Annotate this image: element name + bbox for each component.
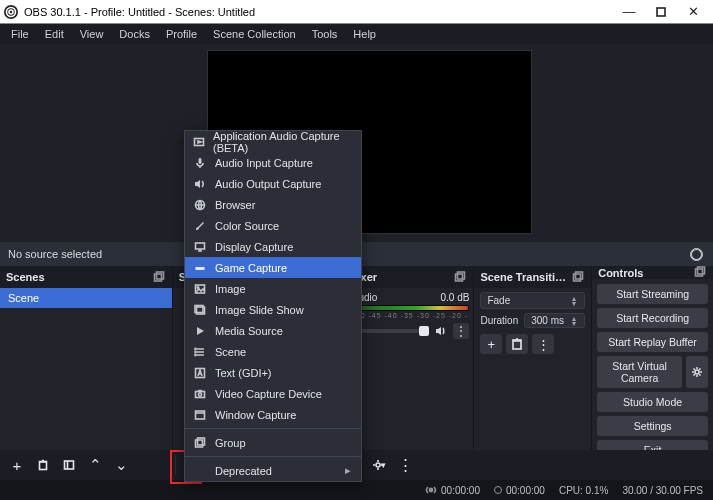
transition-selected: Fade (487, 295, 510, 306)
transition-duration-input[interactable]: 300 ms ▴▾ (524, 313, 585, 328)
menu-separator (185, 456, 361, 457)
settings-button[interactable]: Settings (597, 416, 708, 436)
menu-item-media-source[interactable]: Media Source (185, 320, 361, 341)
menu-item-text-gdi[interactable]: Text (GDI+) (185, 362, 361, 383)
spin-icon: ▴▾ (570, 316, 578, 326)
scene-item[interactable]: Scene (0, 288, 172, 308)
image-icon (193, 282, 207, 296)
scene-move-up-button[interactable]: ⌃ (83, 453, 107, 477)
transition-duration-value: 300 ms (531, 315, 564, 326)
play-icon (193, 324, 207, 338)
menu-item-app-audio-capture[interactable]: Application Audio Capture (BETA) (185, 131, 361, 152)
controls-popout-icon[interactable] (694, 266, 707, 279)
start-virtual-camera-button[interactable]: Start Virtual Camera (597, 356, 682, 388)
transition-remove-button[interactable] (506, 334, 528, 354)
mixer-volume-slider[interactable] (352, 329, 429, 333)
svg-rect-3 (154, 274, 161, 281)
svg-point-14 (695, 370, 699, 374)
stream-time: 00:00:00 (441, 485, 480, 496)
menu-item-game-capture[interactable]: Game Capture (185, 257, 361, 278)
menu-item-window-capture[interactable]: Window Capture (185, 404, 361, 425)
mixer-advanced-button[interactable]: ▾ (367, 453, 391, 477)
window-close-button[interactable]: ✕ (677, 1, 709, 23)
mixer-track-more-button[interactable]: ⋮ (453, 323, 469, 339)
svg-point-31 (195, 354, 196, 355)
virtual-camera-settings-button[interactable] (686, 356, 708, 388)
menu-item-label: Deprecated (215, 465, 272, 477)
window-title: OBS 30.1.1 - Profile: Untitled - Scenes:… (24, 6, 613, 18)
cpu-usage: CPU: 0.1% (559, 485, 608, 496)
start-streaming-button[interactable]: Start Streaming (597, 284, 708, 304)
camera-icon (193, 387, 207, 401)
menu-item-display-capture[interactable]: Display Capture (185, 236, 361, 257)
svg-rect-9 (574, 274, 581, 281)
scenes-dock: Scenes Scene (0, 266, 172, 450)
menu-item-audio-output-capture[interactable]: Audio Output Capture (185, 173, 361, 194)
menu-item-label: Window Capture (215, 409, 296, 421)
menu-item-group[interactable]: Group (185, 432, 361, 453)
group-icon (193, 436, 207, 450)
audio-mixer-dock: lixer ṇudio 0.0 dB -50 -45 -40 -35 -30 -… (347, 266, 473, 450)
menu-item-label: Video Capture Device (215, 388, 322, 400)
scenes-popout-icon[interactable] (153, 271, 166, 284)
fps-counter: 30.00 / 30.00 FPS (622, 485, 703, 496)
mixer-more-button[interactable]: ⋮ (393, 453, 417, 477)
menu-item-label: Image Slide Show (215, 304, 304, 316)
menu-item-image-slideshow[interactable]: Image Slide Show (185, 299, 361, 320)
menu-item-label: Display Capture (215, 241, 293, 253)
slideshow-icon (193, 303, 207, 317)
menu-item-deprecated[interactable]: Deprecated ▸ (185, 460, 361, 481)
menu-file[interactable]: File (4, 26, 36, 42)
svg-rect-22 (199, 158, 202, 164)
studio-mode-button[interactable]: Studio Mode (597, 392, 708, 412)
mixer-popout-icon[interactable] (454, 271, 467, 284)
menu-item-scene[interactable]: Scene (185, 341, 361, 362)
menu-item-label: Browser (215, 199, 255, 211)
scene-move-down-button[interactable]: ⌄ (109, 453, 133, 477)
svg-point-0 (7, 7, 16, 16)
menu-profile[interactable]: Profile (159, 26, 204, 42)
menu-item-audio-input-capture[interactable]: Audio Input Capture (185, 152, 361, 173)
obs-logo-icon (4, 5, 18, 19)
svg-point-30 (195, 351, 196, 352)
scene-remove-button[interactable] (31, 453, 55, 477)
menu-item-image[interactable]: Image (185, 278, 361, 299)
menu-item-video-capture-device[interactable]: Video Capture Device (185, 383, 361, 404)
window-maximize-button[interactable] (645, 1, 677, 23)
gamepad-icon (193, 261, 207, 275)
window-icon (193, 408, 207, 422)
menu-help[interactable]: Help (346, 26, 383, 42)
globe-icon (193, 198, 207, 212)
svg-rect-37 (198, 438, 205, 445)
svg-rect-7 (456, 274, 463, 281)
mixer-ticks: -50 -45 -40 -35 -30 -25 -20 -15 -10 -5 0 (352, 312, 469, 319)
scene-add-button[interactable]: + (5, 453, 29, 477)
speaker-icon[interactable] (433, 323, 449, 339)
menu-item-label: Game Capture (215, 262, 287, 274)
mixer-track-level: 0.0 dB (440, 292, 469, 303)
start-recording-button[interactable]: Start Recording (597, 308, 708, 328)
blank-icon (193, 464, 207, 478)
transition-add-button[interactable]: + (480, 334, 502, 354)
title-bar: OBS 30.1.1 - Profile: Untitled - Scenes:… (0, 0, 713, 24)
menu-docks[interactable]: Docks (112, 26, 157, 42)
svg-point-19 (376, 463, 380, 467)
monitor-icon (193, 240, 207, 254)
svg-rect-10 (576, 272, 583, 279)
window-minimize-button[interactable]: ― (613, 1, 645, 23)
add-source-menu: Application Audio Capture (BETA) Audio I… (184, 130, 362, 482)
menu-edit[interactable]: Edit (38, 26, 71, 42)
transitions-popout-icon[interactable] (572, 271, 585, 284)
menu-item-color-source[interactable]: Color Source (185, 215, 361, 236)
menu-view[interactable]: View (73, 26, 111, 42)
list-icon (193, 345, 207, 359)
menu-scene-collection[interactable]: Scene Collection (206, 26, 303, 42)
scene-filter-button[interactable] (57, 453, 81, 477)
menu-tools[interactable]: Tools (305, 26, 345, 42)
transition-select[interactable]: Fade ▴▾ (480, 292, 585, 309)
svg-rect-24 (196, 243, 205, 249)
source-properties-gear-icon[interactable] (690, 248, 703, 261)
transition-more-button[interactable]: ⋮ (532, 334, 554, 354)
start-replay-buffer-button[interactable]: Start Replay Buffer (597, 332, 708, 352)
menu-item-browser[interactable]: Browser (185, 194, 361, 215)
